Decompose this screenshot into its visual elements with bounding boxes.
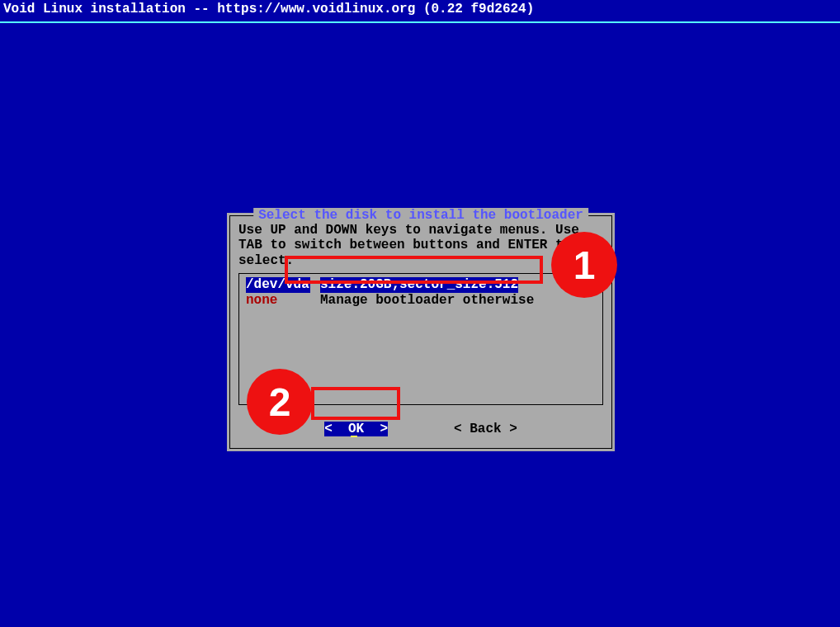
disk-list[interactable]: /dev/vda size:20GB;sector_size:512 none … — [238, 273, 603, 405]
divider — [0, 21, 840, 23]
dialog-buttons: < OK > < Back > — [230, 413, 611, 448]
disk-device: none — [246, 293, 310, 309]
window-title: Void Linux installation -- https://www.v… — [0, 0, 840, 18]
dialog-title: Select the disk to install the bootloade… — [253, 208, 588, 223]
disk-info: Manage bootloader otherwise — [320, 293, 534, 309]
bootloader-dialog: Select the disk to install the bootloade… — [227, 213, 615, 451]
back-button[interactable]: < Back > — [454, 422, 517, 436]
disk-info: size:20GB;sector_size:512 — [320, 277, 518, 293]
ok-button[interactable]: < OK > — [324, 422, 388, 436]
disk-option-vda[interactable]: /dev/vda size:20GB;sector_size:512 — [243, 277, 599, 293]
dialog-instructions: Use UP and DOWN keys to navigate menus. … — [230, 216, 611, 273]
disk-device: /dev/vda — [246, 277, 310, 293]
disk-option-none[interactable]: none Manage bootloader otherwise — [243, 293, 599, 309]
